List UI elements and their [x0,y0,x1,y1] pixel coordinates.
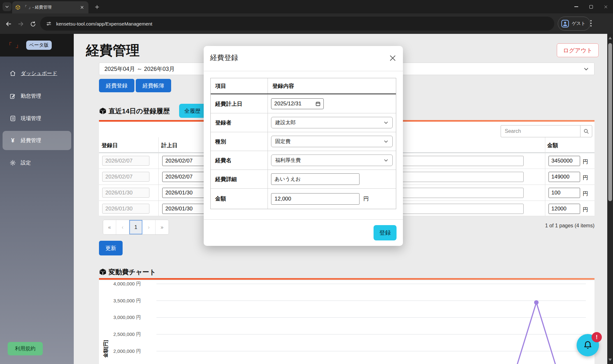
gear-icon [10,160,16,166]
browser-tab-strip: 「 」- 経費管理 [0,0,613,13]
modal-close-button[interactable] [388,53,398,63]
sidebar-item-dashboard[interactable]: ダッシュボード [0,69,74,78]
window-close-button[interactable] [598,0,613,13]
back-button[interactable] [4,20,13,28]
scroll-up-arrow[interactable] [609,37,612,39]
calendar-icon [315,101,321,106]
modal-divider [204,71,403,71]
window-maximize-button[interactable] [584,0,598,13]
logout-button[interactable]: ログアウト [557,43,599,57]
yen-label: 円 [583,174,588,181]
registered-date-input[interactable] [102,172,149,182]
expense-ledger-button[interactable]: 経費帳簿 [136,79,171,92]
scroll-down-arrow[interactable] [609,359,612,361]
tab-search-button[interactable] [3,2,11,11]
edit-icon [10,93,16,99]
address-bar[interactable]: kensetsu-tool.com/app/ExpenseManagement [40,17,554,31]
sidebar-item-settings[interactable]: 設定 [0,159,74,167]
sidebar-item-label: ダッシュボード [21,70,57,77]
column-divider [545,137,545,216]
history-heading-text: 直近14日の登録履歴 [109,107,170,116]
reload-icon [30,21,36,27]
section-divider [99,278,594,280]
expense-type-select[interactable]: 固定費 [271,136,393,147]
profile-chip[interactable]: ゲスト [558,17,590,31]
expense-amount-input[interactable] [271,193,359,205]
browser-tab-active[interactable]: 「 」- 経費管理 [12,1,88,13]
app-logo: 「 」 ベータ版 [0,34,74,57]
tab-title: 「 」- 経費管理 [23,4,76,10]
yen-icon: ¥ [10,137,16,144]
notebook-icon [10,115,16,122]
amount-input[interactable] [549,204,580,214]
registered-date-input[interactable] [102,156,149,166]
browser-window: 「 」- 経費管理 kensetsu-too [0,0,613,364]
sidebar-item-expenses[interactable]: ¥ 経費管理 [0,136,74,145]
search-input[interactable] [501,125,580,137]
yen-label: 円 [583,206,588,213]
logo-text: 「 」 [6,41,22,49]
field-label-name: 経費名 [211,151,268,170]
field-label-date: 経費計上日 [211,95,268,113]
column-header-registered: 登録日 [102,142,118,149]
cube-favicon [15,5,20,10]
chevron-down-icon [383,120,389,125]
submit-button[interactable]: 登録 [374,225,397,240]
beta-badge: ベータ版 [26,41,52,50]
expense-detail-input[interactable] [271,173,359,185]
modal-form-table: 項目 登録内容 経費計上日 2025/12/31 登録者 建設太郎 [210,78,396,209]
registered-date-input[interactable] [102,188,149,198]
column-header-booked: 計上日 [161,142,178,149]
sidebar-item-attendance[interactable]: 勤怠管理 [0,92,74,100]
sidebar-item-label: 現場管理 [21,115,41,122]
avatar-icon [561,19,569,28]
yen-label: 円 [363,195,369,202]
chevron-down-icon [583,66,589,72]
yen-label: 円 [583,190,588,197]
expense-date-input[interactable]: 2025/12/31 [271,98,324,109]
browser-menu-button[interactable] [590,20,592,28]
browser-toolbar: kensetsu-tool.com/app/ExpenseManagement … [0,13,613,34]
expense-register-button[interactable]: 経費登録 [99,79,134,92]
update-button[interactable]: 更新 [99,241,123,255]
reload-button[interactable] [29,20,37,28]
modal-title: 経費登録 [210,53,238,63]
page-title: 経費管理 [86,42,140,59]
registered-date-input[interactable] [102,204,149,214]
amount-input[interactable] [549,188,580,198]
amount-input[interactable] [549,156,580,166]
close-icon [389,55,396,62]
arrow-right-icon [18,21,24,27]
vertical-scrollbar[interactable] [607,34,613,364]
expense-name-select[interactable]: 福利厚生費 [271,155,393,166]
sidebar-item-sites[interactable]: 現場管理 [0,114,74,123]
chevron-down-icon [383,139,389,144]
sidebar-item-label: 設定 [21,160,31,166]
field-label-registrant: 登録者 [211,113,268,132]
plus-icon [95,4,100,10]
bell-icon [583,340,593,350]
amount-input[interactable] [549,172,580,182]
search-button[interactable] [580,125,592,137]
new-tab-button[interactable] [93,3,101,11]
field-label-amount: 金額 [211,189,268,209]
modal-footer-divider [204,219,403,220]
search-icon [583,128,589,134]
forward-button[interactable] [17,20,25,28]
field-label-detail: 経費詳細 [211,170,268,188]
arrow-left-icon [5,21,12,27]
registrant-select[interactable]: 建設太郎 [271,117,393,128]
cube-icon [99,268,107,276]
notification-fab[interactable]: ! [577,334,599,356]
tab-close-icon[interactable] [79,4,85,11]
fiscal-period-value: 2025年04月 ～ 2026年03月 [104,65,175,73]
window-controls [569,0,613,13]
window-minimize-button[interactable] [569,0,584,13]
url-text: kensetsu-tool.com/app/ExpenseManagement [56,21,152,27]
scrollbar-thumb[interactable] [608,43,612,201]
history-section-heading: 直近14日の登録履歴 [99,107,170,116]
terms-of-use-button[interactable]: 利用規約 [8,342,43,355]
sidebar-item-label: 勤怠管理 [21,93,41,100]
sidebar: 「 」 ベータ版 ダッシュボード 勤怠管理 現場管理 ¥ 経費管理 [0,34,74,364]
yen-label: 円 [583,158,588,165]
